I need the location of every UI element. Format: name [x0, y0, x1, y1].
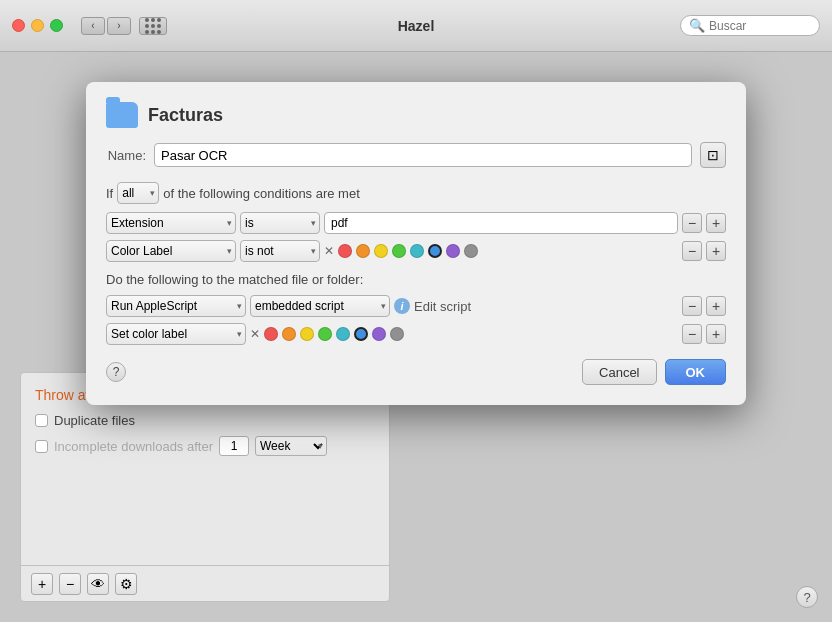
nav-buttons: ‹ ›	[81, 17, 131, 35]
main-area: Throw away: Duplicate files Incomplete d…	[0, 52, 832, 622]
cancel-button[interactable]: Cancel	[582, 359, 656, 385]
action2-type-wrapper: Set color label Run AppleScript Move to …	[106, 323, 246, 345]
help-button[interactable]: ?	[106, 362, 126, 382]
info-button[interactable]: i	[394, 298, 410, 314]
action1-type-select[interactable]: Run AppleScript Set color label Move to …	[106, 295, 246, 317]
cond2-remove-button[interactable]: −	[682, 241, 702, 261]
condition-row-2: Color Label Extension Kind is not is ✕	[106, 240, 726, 262]
remove-rule-button[interactable]: −	[59, 573, 81, 595]
copy-icon: ⊡	[707, 147, 719, 163]
period-select[interactable]: Week Day Month	[255, 436, 327, 456]
action-color-none[interactable]: ✕	[250, 327, 260, 341]
cond2-add-button[interactable]: +	[706, 241, 726, 261]
conditions-label: If all any of the following conditions a…	[106, 182, 726, 204]
grid-view-button[interactable]	[139, 17, 167, 35]
all-any-wrapper: all any	[117, 182, 159, 204]
folder-title: Facturas	[148, 105, 223, 126]
action1-sub-wrapper: embedded script other script	[250, 295, 390, 317]
title-bar: ‹ › Hazel 🔍	[0, 0, 832, 52]
action-color-teal-dot[interactable]	[336, 327, 350, 341]
cond2-op-wrapper: is not is	[240, 240, 320, 262]
condition-row-1: Extension Color Label Kind is is not − +	[106, 212, 726, 234]
folder-icon	[106, 102, 138, 128]
modal-footer: ? Cancel OK	[106, 359, 726, 385]
forward-button[interactable]: ›	[107, 17, 131, 35]
minimize-button[interactable]	[31, 19, 44, 32]
edit-script-link[interactable]: Edit script	[414, 299, 471, 314]
action-color-green-dot[interactable]	[318, 327, 332, 341]
cond2-type-wrapper: Color Label Extension Kind	[106, 240, 236, 262]
search-box[interactable]: 🔍	[680, 15, 820, 36]
action1-type-wrapper: Run AppleScript Set color label Move to …	[106, 295, 246, 317]
add-rule-button[interactable]: +	[31, 573, 53, 595]
incomplete-downloads-checkbox[interactable]	[35, 440, 48, 453]
settings-button[interactable]: ⚙	[115, 573, 137, 595]
action-color-blue-dot[interactable]	[354, 327, 368, 341]
incomplete-downloads-label: Incomplete downloads after	[54, 439, 213, 454]
close-button[interactable]	[12, 19, 25, 32]
cond1-value-input[interactable]	[324, 212, 678, 234]
incomplete-downloads-row: Incomplete downloads after 1 Week Day Mo…	[35, 436, 375, 456]
duplicate-files-checkbox[interactable]	[35, 414, 48, 427]
rule-editor-modal: Facturas Name: ⊡ If all any of the follo…	[86, 82, 746, 405]
action2-type-select[interactable]: Set color label Run AppleScript Move to …	[106, 323, 246, 345]
action-row-2: Set color label Run AppleScript Move to …	[106, 323, 726, 345]
action-color-yellow-dot[interactable]	[300, 327, 314, 341]
cond1-type-select[interactable]: Extension Color Label Kind	[106, 212, 236, 234]
cond1-remove-button[interactable]: −	[682, 213, 702, 233]
gear-icon: ⚙	[120, 576, 133, 592]
color-none-option[interactable]: ✕	[324, 244, 334, 258]
maximize-button[interactable]	[50, 19, 63, 32]
action-color-orange-dot[interactable]	[282, 327, 296, 341]
color-green-dot[interactable]	[392, 244, 406, 258]
name-row: Name: ⊡	[106, 142, 726, 168]
action1-add-button[interactable]: +	[706, 296, 726, 316]
window-title: Hazel	[398, 18, 435, 34]
conditions-suffix-text: of the following conditions are met	[163, 186, 360, 201]
cond1-op-wrapper: is is not	[240, 212, 320, 234]
action1-remove-button[interactable]: −	[682, 296, 702, 316]
color-gray-dot[interactable]	[464, 244, 478, 258]
if-text: If	[106, 186, 113, 201]
search-icon: 🔍	[689, 18, 705, 33]
action2-add-button[interactable]: +	[706, 324, 726, 344]
back-button[interactable]: ‹	[81, 17, 105, 35]
cond2-type-select[interactable]: Color Label Extension Kind	[106, 240, 236, 262]
rule-name-input[interactable]	[154, 143, 692, 167]
color-blue-dot[interactable]	[428, 244, 442, 258]
background-panel: Throw away: Duplicate files Incomplete d…	[20, 372, 390, 602]
action-row-1: Run AppleScript Set color label Move to …	[106, 295, 726, 317]
action1-sub-select[interactable]: embedded script other script	[250, 295, 390, 317]
traffic-lights	[12, 19, 63, 32]
name-label: Name:	[106, 148, 146, 163]
color-red-dot[interactable]	[338, 244, 352, 258]
search-input[interactable]	[709, 19, 811, 33]
bottom-toolbar: + − 👁 ⚙	[21, 565, 389, 601]
cond1-type-wrapper: Extension Color Label Kind	[106, 212, 236, 234]
footer-buttons: Cancel OK	[582, 359, 726, 385]
duplicate-files-label: Duplicate files	[54, 413, 135, 428]
cond1-op-select[interactable]: is is not	[240, 212, 320, 234]
color-orange-dot[interactable]	[356, 244, 370, 258]
action-color-purple-dot[interactable]	[372, 327, 386, 341]
cond2-color-picker: ✕	[324, 244, 678, 258]
color-purple-dot[interactable]	[446, 244, 460, 258]
all-any-select[interactable]: all any	[117, 182, 159, 204]
color-teal-dot[interactable]	[410, 244, 424, 258]
action-color-gray-dot[interactable]	[390, 327, 404, 341]
ok-button[interactable]: OK	[665, 359, 727, 385]
action-color-red-dot[interactable]	[264, 327, 278, 341]
cond2-op-select[interactable]: is not is	[240, 240, 320, 262]
incomplete-number-input[interactable]: 1	[219, 436, 249, 456]
bottom-right-help-button[interactable]: ?	[796, 586, 818, 608]
action2-color-picker: ✕	[250, 327, 678, 341]
do-label: Do the following to the matched file or …	[106, 272, 726, 287]
cond1-add-button[interactable]: +	[706, 213, 726, 233]
period-select-wrapper: Week Day Month	[255, 436, 327, 456]
duplicate-files-row: Duplicate files	[35, 413, 375, 428]
action2-remove-button[interactable]: −	[682, 324, 702, 344]
copy-button[interactable]: ⊡	[700, 142, 726, 168]
modal-header: Facturas	[106, 102, 726, 128]
preview-button[interactable]: 👁	[87, 573, 109, 595]
color-yellow-dot[interactable]	[374, 244, 388, 258]
